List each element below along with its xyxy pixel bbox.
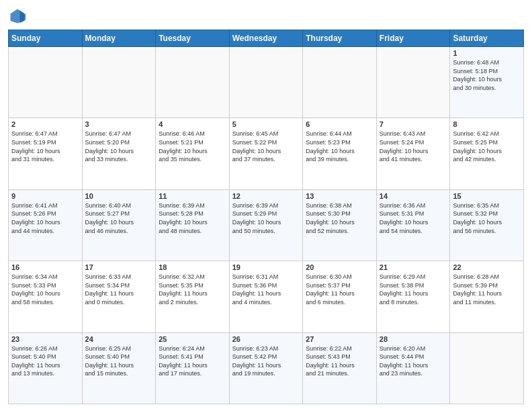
day-info: Sunrise: 6:47 AM Sunset: 5:19 PM Dayligh… xyxy=(11,130,79,163)
day-info: Sunrise: 6:34 AM Sunset: 5:33 PM Dayligh… xyxy=(11,273,79,306)
calendar-cell: 6Sunrise: 6:44 AM Sunset: 5:23 PM Daylig… xyxy=(303,118,377,189)
calendar-cell: 21Sunrise: 6:29 AM Sunset: 5:38 PM Dayli… xyxy=(376,261,450,332)
logo xyxy=(8,7,30,26)
calendar-cell xyxy=(303,47,377,118)
calendar-cell: 26Sunrise: 6:23 AM Sunset: 5:42 PM Dayli… xyxy=(229,332,303,404)
calendar-cell xyxy=(376,47,450,118)
day-info: Sunrise: 6:39 AM Sunset: 5:29 PM Dayligh… xyxy=(232,201,300,235)
calendar-cell: 5Sunrise: 6:45 AM Sunset: 5:22 PM Daylig… xyxy=(229,118,303,189)
header-saturday: Saturday xyxy=(450,30,524,47)
day-number: 25 xyxy=(159,335,226,343)
day-number: 26 xyxy=(232,335,300,343)
day-number: 19 xyxy=(232,263,300,271)
day-number: 6 xyxy=(306,120,373,128)
day-number: 17 xyxy=(85,263,153,271)
day-number: 2 xyxy=(11,120,79,128)
calendar-cell xyxy=(156,47,230,118)
calendar-week-2: 2Sunrise: 6:47 AM Sunset: 5:19 PM Daylig… xyxy=(9,118,524,189)
day-info: Sunrise: 6:24 AM Sunset: 5:41 PM Dayligh… xyxy=(159,345,226,378)
day-info: Sunrise: 6:29 AM Sunset: 5:38 PM Dayligh… xyxy=(380,273,447,306)
header-friday: Friday xyxy=(376,30,450,47)
calendar-cell: 10Sunrise: 6:40 AM Sunset: 5:27 PM Dayli… xyxy=(82,189,156,261)
day-info: Sunrise: 6:48 AM Sunset: 5:18 PM Dayligh… xyxy=(453,58,521,92)
calendar-header-row: SundayMondayTuesdayWednesdayThursdayFrid… xyxy=(9,30,524,47)
calendar-cell: 20Sunrise: 6:30 AM Sunset: 5:37 PM Dayli… xyxy=(303,261,377,332)
day-info: Sunrise: 6:44 AM Sunset: 5:23 PM Dayligh… xyxy=(306,130,373,163)
calendar-cell: 1Sunrise: 6:48 AM Sunset: 5:18 PM Daylig… xyxy=(450,47,524,118)
header-sunday: Sunday xyxy=(9,30,83,47)
calendar-week-4: 16Sunrise: 6:34 AM Sunset: 5:33 PM Dayli… xyxy=(9,261,524,332)
calendar-cell xyxy=(9,47,83,118)
day-number: 20 xyxy=(306,263,373,271)
calendar-cell: 19Sunrise: 6:31 AM Sunset: 5:36 PM Dayli… xyxy=(229,261,303,332)
day-info: Sunrise: 6:36 AM Sunset: 5:31 PM Dayligh… xyxy=(380,201,447,235)
day-info: Sunrise: 6:23 AM Sunset: 5:42 PM Dayligh… xyxy=(232,345,300,378)
day-number: 11 xyxy=(159,192,226,200)
calendar-cell: 13Sunrise: 6:38 AM Sunset: 5:30 PM Dayli… xyxy=(303,189,377,261)
svg-marker-1 xyxy=(20,10,26,23)
day-number: 10 xyxy=(85,192,153,200)
day-number: 9 xyxy=(11,192,79,200)
calendar-table: SundayMondayTuesdayWednesdayThursdayFrid… xyxy=(8,30,524,404)
day-number: 28 xyxy=(380,335,447,343)
day-number: 1 xyxy=(453,49,521,57)
day-number: 8 xyxy=(453,120,521,128)
day-number: 16 xyxy=(11,263,79,271)
header-tuesday: Tuesday xyxy=(156,30,230,47)
day-info: Sunrise: 6:41 AM Sunset: 5:26 PM Dayligh… xyxy=(11,201,79,235)
calendar-cell: 2Sunrise: 6:47 AM Sunset: 5:19 PM Daylig… xyxy=(9,118,83,189)
calendar-week-5: 23Sunrise: 6:26 AM Sunset: 5:40 PM Dayli… xyxy=(9,332,524,404)
logo-icon xyxy=(8,7,27,26)
day-info: Sunrise: 6:26 AM Sunset: 5:40 PM Dayligh… xyxy=(11,345,79,378)
calendar-cell: 24Sunrise: 6:25 AM Sunset: 5:40 PM Dayli… xyxy=(82,332,156,404)
header xyxy=(8,7,524,26)
day-number: 5 xyxy=(232,120,300,128)
header-thursday: Thursday xyxy=(303,30,377,47)
day-number: 13 xyxy=(306,192,373,200)
calendar-cell: 4Sunrise: 6:46 AM Sunset: 5:21 PM Daylig… xyxy=(156,118,230,189)
calendar-cell: 23Sunrise: 6:26 AM Sunset: 5:40 PM Dayli… xyxy=(9,332,83,404)
calendar-cell: 18Sunrise: 6:32 AM Sunset: 5:35 PM Dayli… xyxy=(156,261,230,332)
calendar-week-3: 9Sunrise: 6:41 AM Sunset: 5:26 PM Daylig… xyxy=(9,189,524,261)
day-info: Sunrise: 6:38 AM Sunset: 5:30 PM Dayligh… xyxy=(306,201,373,235)
day-number: 15 xyxy=(453,192,521,200)
day-number: 18 xyxy=(159,263,226,271)
day-info: Sunrise: 6:35 AM Sunset: 5:32 PM Dayligh… xyxy=(453,201,521,235)
calendar-cell xyxy=(229,47,303,118)
header-monday: Monday xyxy=(82,30,156,47)
calendar-cell: 9Sunrise: 6:41 AM Sunset: 5:26 PM Daylig… xyxy=(9,189,83,261)
calendar-cell: 17Sunrise: 6:33 AM Sunset: 5:34 PM Dayli… xyxy=(82,261,156,332)
day-number: 24 xyxy=(85,335,153,343)
day-info: Sunrise: 6:31 AM Sunset: 5:36 PM Dayligh… xyxy=(232,273,300,306)
calendar-cell xyxy=(82,47,156,118)
day-info: Sunrise: 6:28 AM Sunset: 5:39 PM Dayligh… xyxy=(453,273,521,306)
calendar-cell: 27Sunrise: 6:22 AM Sunset: 5:43 PM Dayli… xyxy=(303,332,377,404)
calendar-cell: 15Sunrise: 6:35 AM Sunset: 5:32 PM Dayli… xyxy=(450,189,524,261)
calendar-cell: 25Sunrise: 6:24 AM Sunset: 5:41 PM Dayli… xyxy=(156,332,230,404)
day-info: Sunrise: 6:32 AM Sunset: 5:35 PM Dayligh… xyxy=(159,273,226,306)
day-number: 7 xyxy=(380,120,447,128)
day-info: Sunrise: 6:45 AM Sunset: 5:22 PM Dayligh… xyxy=(232,130,300,163)
day-number: 14 xyxy=(380,192,447,200)
day-info: Sunrise: 6:42 AM Sunset: 5:25 PM Dayligh… xyxy=(453,130,521,163)
page: SundayMondayTuesdayWednesdayThursdayFrid… xyxy=(0,0,532,411)
day-number: 27 xyxy=(306,335,373,343)
calendar-cell: 3Sunrise: 6:47 AM Sunset: 5:20 PM Daylig… xyxy=(82,118,156,189)
day-info: Sunrise: 6:40 AM Sunset: 5:27 PM Dayligh… xyxy=(85,201,153,235)
day-info: Sunrise: 6:46 AM Sunset: 5:21 PM Dayligh… xyxy=(159,130,226,163)
calendar-cell: 12Sunrise: 6:39 AM Sunset: 5:29 PM Dayli… xyxy=(229,189,303,261)
calendar-cell: 22Sunrise: 6:28 AM Sunset: 5:39 PM Dayli… xyxy=(450,261,524,332)
calendar-cell: 8Sunrise: 6:42 AM Sunset: 5:25 PM Daylig… xyxy=(450,118,524,189)
day-info: Sunrise: 6:25 AM Sunset: 5:40 PM Dayligh… xyxy=(85,345,153,378)
day-number: 12 xyxy=(232,192,300,200)
calendar-cell: 7Sunrise: 6:43 AM Sunset: 5:24 PM Daylig… xyxy=(376,118,450,189)
day-info: Sunrise: 6:22 AM Sunset: 5:43 PM Dayligh… xyxy=(306,345,373,378)
calendar-cell xyxy=(450,332,524,404)
day-info: Sunrise: 6:47 AM Sunset: 5:20 PM Dayligh… xyxy=(85,130,153,163)
day-info: Sunrise: 6:30 AM Sunset: 5:37 PM Dayligh… xyxy=(306,273,373,306)
calendar-week-1: 1Sunrise: 6:48 AM Sunset: 5:18 PM Daylig… xyxy=(9,47,524,118)
day-number: 22 xyxy=(453,263,521,271)
day-info: Sunrise: 6:33 AM Sunset: 5:34 PM Dayligh… xyxy=(85,273,153,306)
day-info: Sunrise: 6:43 AM Sunset: 5:24 PM Dayligh… xyxy=(380,130,447,163)
day-info: Sunrise: 6:39 AM Sunset: 5:28 PM Dayligh… xyxy=(159,201,226,235)
